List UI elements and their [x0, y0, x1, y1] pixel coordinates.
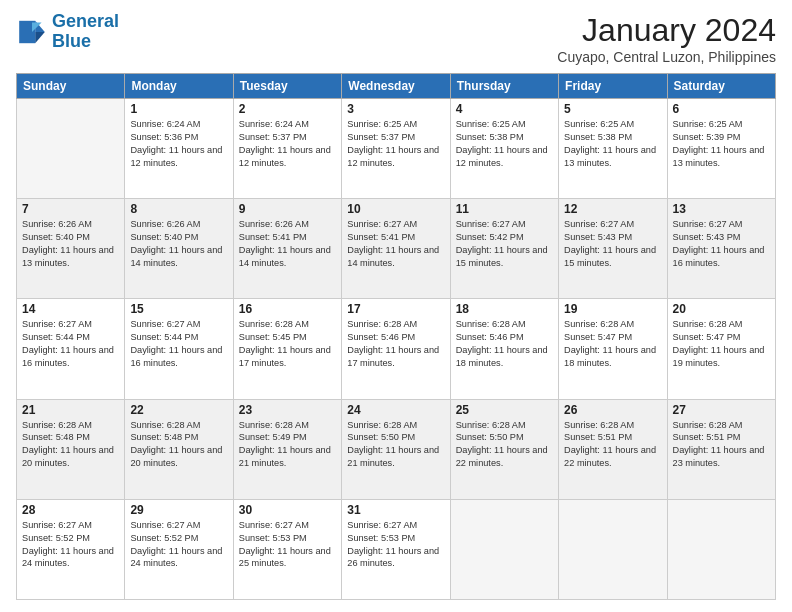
- daylight-minutes: 12 minutes.: [456, 157, 553, 170]
- day-number: 7: [22, 202, 119, 216]
- month-title: January 2024: [557, 12, 776, 49]
- daylight-label: Daylight: 11 hours and: [564, 144, 661, 157]
- daylight-label: Daylight: 11 hours and: [130, 344, 227, 357]
- daylight-label: Daylight: 11 hours and: [239, 144, 336, 157]
- sunrise-line: Sunrise: 6:24 AM: [130, 118, 227, 131]
- sunset-line: Sunset: 5:52 PM: [130, 532, 227, 545]
- sunrise-line: Sunrise: 6:28 AM: [347, 318, 444, 331]
- svg-marker-1: [35, 32, 45, 43]
- sunrise-line: Sunrise: 6:28 AM: [564, 318, 661, 331]
- sunset-line: Sunset: 5:51 PM: [673, 431, 770, 444]
- sunrise-line: Sunrise: 6:27 AM: [347, 218, 444, 231]
- sunset-line: Sunset: 5:51 PM: [564, 431, 661, 444]
- day-number: 23: [239, 403, 336, 417]
- daylight-label: Daylight: 11 hours and: [22, 444, 119, 457]
- calendar-cell: [450, 499, 558, 599]
- sunset-line: Sunset: 5:40 PM: [22, 231, 119, 244]
- day-number: 19: [564, 302, 661, 316]
- sunset-line: Sunset: 5:39 PM: [673, 131, 770, 144]
- daylight-minutes: 24 minutes.: [22, 557, 119, 570]
- day-number: 4: [456, 102, 553, 116]
- day-number: 27: [673, 403, 770, 417]
- daylight-minutes: 18 minutes.: [456, 357, 553, 370]
- day-number: 9: [239, 202, 336, 216]
- daylight-minutes: 12 minutes.: [130, 157, 227, 170]
- daylight-label: Daylight: 11 hours and: [347, 444, 444, 457]
- sunrise-line: Sunrise: 6:28 AM: [456, 419, 553, 432]
- sunset-line: Sunset: 5:53 PM: [347, 532, 444, 545]
- daylight-label: Daylight: 11 hours and: [456, 444, 553, 457]
- calendar-cell: 6Sunrise: 6:25 AMSunset: 5:39 PMDaylight…: [667, 99, 775, 199]
- daylight-minutes: 15 minutes.: [564, 257, 661, 270]
- col-monday: Monday: [125, 74, 233, 99]
- sunset-line: Sunset: 5:43 PM: [673, 231, 770, 244]
- daylight-minutes: 21 minutes.: [347, 457, 444, 470]
- calendar-cell: 10Sunrise: 6:27 AMSunset: 5:41 PMDayligh…: [342, 199, 450, 299]
- calendar-cell: [17, 99, 125, 199]
- col-saturday: Saturday: [667, 74, 775, 99]
- sunrise-line: Sunrise: 6:28 AM: [130, 419, 227, 432]
- day-number: 10: [347, 202, 444, 216]
- day-number: 8: [130, 202, 227, 216]
- sunrise-line: Sunrise: 6:27 AM: [456, 218, 553, 231]
- day-number: 25: [456, 403, 553, 417]
- sunset-line: Sunset: 5:42 PM: [456, 231, 553, 244]
- sunset-line: Sunset: 5:50 PM: [347, 431, 444, 444]
- daylight-label: Daylight: 11 hours and: [347, 344, 444, 357]
- calendar-cell: 11Sunrise: 6:27 AMSunset: 5:42 PMDayligh…: [450, 199, 558, 299]
- calendar-cell: 18Sunrise: 6:28 AMSunset: 5:46 PMDayligh…: [450, 299, 558, 399]
- daylight-label: Daylight: 11 hours and: [564, 244, 661, 257]
- daylight-label: Daylight: 11 hours and: [130, 545, 227, 558]
- logo-icon: [16, 16, 48, 48]
- calendar-cell: 9Sunrise: 6:26 AMSunset: 5:41 PMDaylight…: [233, 199, 341, 299]
- sunrise-line: Sunrise: 6:25 AM: [347, 118, 444, 131]
- daylight-minutes: 14 minutes.: [347, 257, 444, 270]
- day-number: 28: [22, 503, 119, 517]
- daylight-minutes: 25 minutes.: [239, 557, 336, 570]
- day-number: 18: [456, 302, 553, 316]
- daylight-label: Daylight: 11 hours and: [130, 144, 227, 157]
- sunset-line: Sunset: 5:48 PM: [22, 431, 119, 444]
- day-number: 29: [130, 503, 227, 517]
- daylight-label: Daylight: 11 hours and: [239, 244, 336, 257]
- sunset-line: Sunset: 5:46 PM: [456, 331, 553, 344]
- daylight-minutes: 13 minutes.: [564, 157, 661, 170]
- sunrise-line: Sunrise: 6:28 AM: [564, 419, 661, 432]
- calendar-cell: 15Sunrise: 6:27 AMSunset: 5:44 PMDayligh…: [125, 299, 233, 399]
- sunset-line: Sunset: 5:49 PM: [239, 431, 336, 444]
- sunset-line: Sunset: 5:52 PM: [22, 532, 119, 545]
- day-number: 11: [456, 202, 553, 216]
- calendar-cell: 21Sunrise: 6:28 AMSunset: 5:48 PMDayligh…: [17, 399, 125, 499]
- sunrise-line: Sunrise: 6:28 AM: [239, 419, 336, 432]
- day-number: 3: [347, 102, 444, 116]
- sunrise-line: Sunrise: 6:25 AM: [456, 118, 553, 131]
- daylight-label: Daylight: 11 hours and: [456, 244, 553, 257]
- sunrise-line: Sunrise: 6:27 AM: [22, 519, 119, 532]
- day-number: 2: [239, 102, 336, 116]
- daylight-minutes: 16 minutes.: [130, 357, 227, 370]
- sunset-line: Sunset: 5:37 PM: [347, 131, 444, 144]
- sunrise-line: Sunrise: 6:25 AM: [673, 118, 770, 131]
- daylight-label: Daylight: 11 hours and: [564, 344, 661, 357]
- calendar-cell: 27Sunrise: 6:28 AMSunset: 5:51 PMDayligh…: [667, 399, 775, 499]
- sunrise-line: Sunrise: 6:24 AM: [239, 118, 336, 131]
- calendar-row: 7Sunrise: 6:26 AMSunset: 5:40 PMDaylight…: [17, 199, 776, 299]
- calendar-cell: 30Sunrise: 6:27 AMSunset: 5:53 PMDayligh…: [233, 499, 341, 599]
- calendar-cell: 16Sunrise: 6:28 AMSunset: 5:45 PMDayligh…: [233, 299, 341, 399]
- daylight-label: Daylight: 11 hours and: [456, 144, 553, 157]
- col-friday: Friday: [559, 74, 667, 99]
- calendar-cell: 25Sunrise: 6:28 AMSunset: 5:50 PMDayligh…: [450, 399, 558, 499]
- header: General Blue January 2024 Cuyapo, Centra…: [16, 12, 776, 65]
- day-number: 31: [347, 503, 444, 517]
- daylight-minutes: 26 minutes.: [347, 557, 444, 570]
- day-number: 1: [130, 102, 227, 116]
- daylight-label: Daylight: 11 hours and: [347, 545, 444, 558]
- daylight-minutes: 19 minutes.: [673, 357, 770, 370]
- calendar-cell: 7Sunrise: 6:26 AMSunset: 5:40 PMDaylight…: [17, 199, 125, 299]
- day-number: 16: [239, 302, 336, 316]
- logo-text: General Blue: [52, 12, 119, 52]
- day-number: 24: [347, 403, 444, 417]
- calendar-cell: 23Sunrise: 6:28 AMSunset: 5:49 PMDayligh…: [233, 399, 341, 499]
- sunrise-line: Sunrise: 6:28 AM: [673, 419, 770, 432]
- daylight-minutes: 13 minutes.: [22, 257, 119, 270]
